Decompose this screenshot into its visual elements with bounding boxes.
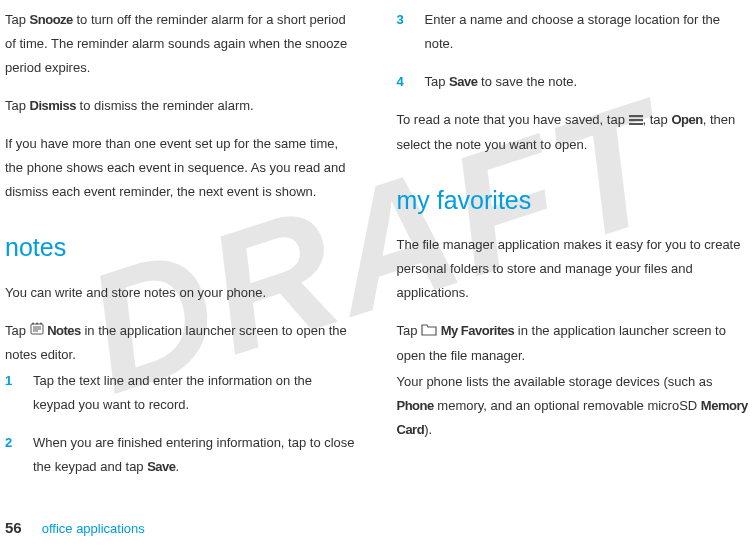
dismiss-paragraph: Tap Dismiss to dismiss the reminder alar… — [5, 94, 357, 118]
text: Tap — [5, 12, 30, 27]
svg-rect-7 — [629, 115, 643, 117]
text: Tap — [425, 74, 450, 89]
save-label: Save — [449, 74, 477, 89]
step-number-1: 1 — [5, 369, 33, 417]
step-2: 2 When you are finished entering informa… — [5, 431, 357, 479]
step-3: 3 Enter a name and choose a storage loca… — [397, 8, 749, 56]
text: Tap — [397, 323, 422, 338]
left-column: Tap Snooze to turn off the reminder alar… — [5, 8, 357, 493]
menu-icon — [629, 109, 643, 133]
text: ). — [424, 422, 432, 437]
svg-point-4 — [32, 323, 34, 325]
step-number-2: 2 — [5, 431, 33, 479]
text: Your phone lists the available storage d… — [397, 374, 713, 389]
text: Tap — [5, 323, 30, 338]
phone-label: Phone — [397, 398, 434, 413]
save-label: Save — [147, 459, 175, 474]
section-label: office applications — [42, 517, 145, 541]
step-number-3: 3 — [397, 8, 425, 56]
storage-paragraph: Your phone lists the available storage d… — [397, 370, 749, 442]
page-footer: 56 office applications — [5, 514, 145, 542]
snooze-paragraph: Tap Snooze to turn off the reminder alar… — [5, 8, 357, 80]
step-1-text: Tap the text line and enter the informat… — [33, 369, 357, 417]
favorites-open-paragraph: Tap My Favorites in the application laun… — [397, 319, 749, 368]
folder-icon — [421, 320, 437, 344]
text: memory, and an optional removable microS… — [434, 398, 701, 413]
my-favorites-label: My Favorites — [441, 323, 514, 338]
right-column: 3 Enter a name and choose a storage loca… — [397, 8, 749, 493]
text: to dismiss the reminder alarm. — [76, 98, 254, 113]
notes-label: Notes — [47, 323, 81, 338]
svg-point-5 — [36, 323, 38, 325]
step-number-4: 4 — [397, 70, 425, 94]
notes-open-paragraph: Tap Notes in the application launcher sc… — [5, 319, 357, 368]
step-1: 1 Tap the text line and enter the inform… — [5, 369, 357, 417]
step-4: 4 Tap Save to save the note. — [397, 70, 749, 94]
text: When you are finished entering informati… — [33, 435, 355, 474]
page-content: Tap Snooze to turn off the reminder alar… — [0, 0, 753, 493]
text: . — [176, 459, 180, 474]
read-note-paragraph: To read a note that you have saved, tap … — [397, 108, 749, 157]
text: to save the note. — [477, 74, 577, 89]
open-label: Open — [671, 112, 702, 127]
notes-icon — [30, 319, 44, 343]
favorites-intro: The file manager application makes it ea… — [397, 233, 749, 305]
step-2-text: When you are finished entering informati… — [33, 431, 357, 479]
step-4-text: Tap Save to save the note. — [425, 70, 749, 94]
text: , tap — [643, 112, 672, 127]
notes-heading: notes — [5, 224, 357, 270]
snooze-label: Snooze — [30, 12, 73, 27]
svg-point-6 — [40, 323, 42, 325]
favorites-heading: my favorites — [397, 177, 749, 223]
dismiss-label: Dismiss — [30, 98, 76, 113]
multi-event-paragraph: If you have more than one event set up f… — [5, 132, 357, 204]
text: To read a note that you have saved, tap — [397, 112, 629, 127]
svg-rect-8 — [629, 119, 643, 121]
page-number: 56 — [5, 514, 22, 542]
step-3-text: Enter a name and choose a storage locati… — [425, 8, 749, 56]
notes-intro: You can write and store notes on your ph… — [5, 281, 357, 305]
text: Tap — [5, 98, 30, 113]
svg-rect-9 — [629, 123, 643, 125]
